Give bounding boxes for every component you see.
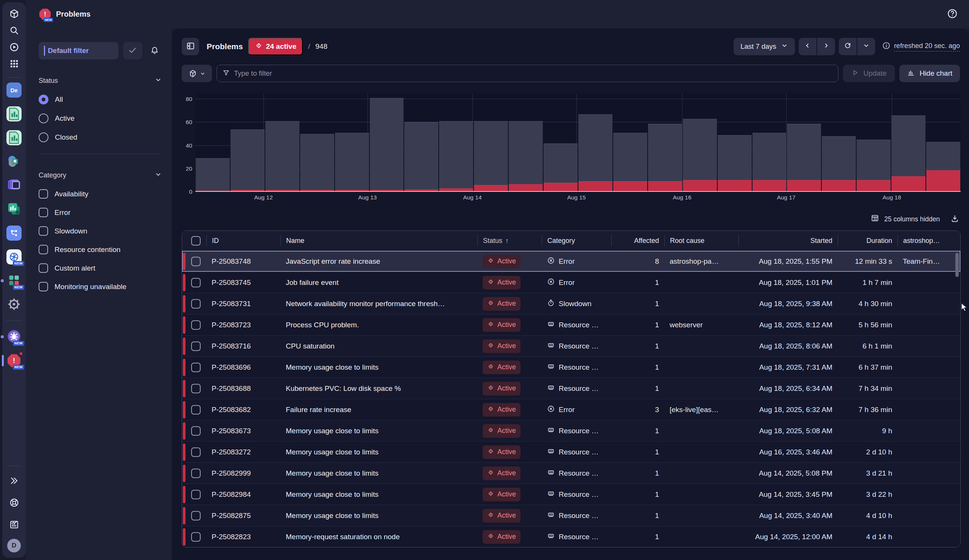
user-avatar[interactable]: D [7, 539, 21, 552]
row-checkbox[interactable] [191, 426, 201, 435]
column-header-name[interactable]: Name [280, 235, 477, 246]
table-filter-field[interactable] [216, 65, 838, 82]
row-checkbox[interactable] [191, 320, 201, 329]
support-button[interactable] [6, 495, 22, 512]
category-option-error[interactable]: Error [38, 208, 162, 217]
scope-selector[interactable] [181, 65, 212, 82]
notifications-button[interactable] [147, 42, 162, 60]
chart-bar[interactable] [787, 93, 821, 192]
chart-bar[interactable] [613, 93, 647, 192]
app-dashboards-2[interactable] [6, 130, 22, 146]
table-row[interactable]: P-25083673Memory usage close to limitsAc… [182, 420, 960, 441]
search-button[interactable] [6, 23, 22, 39]
help-button[interactable] [946, 8, 959, 21]
table-row[interactable]: P-25083272Memory usage close to limitsAc… [182, 441, 960, 462]
chart-bar[interactable] [578, 93, 613, 192]
table-row[interactable]: P-25082999Memory usage close to limitsAc… [182, 462, 960, 484]
app-launcher-button[interactable] [6, 56, 22, 73]
chart-bar[interactable] [265, 93, 300, 192]
app-charts[interactable] [6, 201, 22, 217]
chart-bar[interactable] [230, 93, 265, 192]
row-checkbox[interactable] [191, 490, 201, 499]
row-checkbox[interactable] [191, 469, 201, 478]
column-header-category[interactable]: Category [542, 235, 611, 246]
row-checkbox[interactable] [191, 384, 201, 393]
row-checkbox[interactable] [191, 256, 201, 266]
playground-button[interactable] [6, 39, 22, 56]
column-header-started[interactable]: Started [739, 235, 837, 246]
table-row[interactable]: P-25082875Memory usage close to limitsAc… [182, 505, 960, 526]
table-row[interactable]: P-25083731Network availability monitor p… [182, 293, 960, 314]
chart-bar[interactable] [753, 93, 787, 192]
category-option-resource-contention[interactable]: Resource contention [38, 245, 162, 254]
time-shift-back-button[interactable] [799, 38, 816, 55]
chart-bar[interactable] [335, 93, 369, 192]
chart-bar[interactable] [474, 93, 508, 192]
table-row[interactable]: P-25083748JavaScript error rate increase… [182, 251, 960, 272]
table-row[interactable]: P-25082984Memory usage close to limitsAc… [182, 484, 960, 505]
columns-hidden-button[interactable]: 25 columns hidden [871, 214, 940, 224]
dynatrace-logo[interactable] [6, 6, 22, 23]
row-checkbox[interactable] [191, 299, 201, 308]
table-row[interactable]: P-25083745Job failure eventActiveError1A… [182, 272, 960, 293]
app-infrastructure[interactable] [6, 178, 22, 193]
chart-bar[interactable] [439, 93, 473, 192]
chart-bar[interactable] [404, 93, 438, 192]
table-row[interactable]: P-25083682Failure rate increaseActiveErr… [182, 399, 960, 420]
app-workflows[interactable] [6, 225, 22, 241]
chart-bar[interactable] [370, 93, 404, 192]
saved-filter-input[interactable]: Default filter [38, 42, 118, 60]
status-option-active[interactable]: Active [38, 113, 162, 123]
time-range-selector[interactable]: Last 7 days [734, 38, 795, 55]
usage-button[interactable] [6, 517, 22, 533]
chart-bar[interactable] [857, 93, 891, 192]
app-security[interactable]: NEW [6, 329, 22, 345]
hide-chart-button[interactable]: Hide chart [899, 65, 960, 82]
category-option-slowdown[interactable]: Slowdown [38, 226, 162, 236]
category-option-monitoring-unavailable[interactable]: Monitoring unavailable [38, 282, 162, 291]
chart-plot-area[interactable] [195, 93, 961, 192]
column-header-status[interactable]: Status↑ [477, 235, 542, 246]
chart-bar[interactable] [544, 93, 578, 192]
table-filter-input[interactable] [234, 69, 833, 78]
chart-bar[interactable] [509, 93, 543, 192]
select-all-checkbox[interactable] [182, 235, 206, 246]
table-row[interactable]: P-25083723Process CPU problem.ActiveReso… [182, 314, 960, 335]
row-checkbox[interactable] [191, 447, 201, 457]
chart-bar[interactable] [683, 93, 717, 192]
row-checkbox[interactable] [191, 341, 201, 351]
active-count-badge[interactable]: 24 active [248, 38, 303, 55]
status-option-all[interactable]: All [38, 95, 162, 105]
table-row[interactable]: P-25083716CPU saturationActiveResource …… [182, 335, 960, 356]
expand-rail-button[interactable] [6, 473, 22, 490]
column-header-id[interactable]: ID [206, 235, 280, 246]
chart-bar[interactable] [196, 93, 230, 192]
refresh-options-button[interactable] [857, 38, 875, 55]
category-option-custom-alert[interactable]: Custom alert [38, 263, 162, 273]
column-header-root-cause[interactable]: Root cause [664, 235, 739, 246]
column-header-affected[interactable]: Affected [611, 235, 664, 246]
chart-bar[interactable] [648, 93, 682, 192]
chart-bar[interactable] [718, 93, 752, 192]
status-option-closed[interactable]: Closed [38, 133, 162, 142]
column-header-astroshop-[interactable]: astroshop… [897, 235, 960, 246]
table-scrollbar-thumb[interactable] [956, 253, 959, 277]
app-services[interactable] [6, 154, 22, 169]
app-smartscape[interactable]: NEW [6, 273, 22, 289]
app-dashboards-1[interactable] [6, 106, 22, 122]
app-deployments[interactable]: De [6, 82, 22, 98]
update-button[interactable]: Update [843, 65, 895, 82]
status-section-header[interactable]: Status [38, 76, 162, 85]
chart-bar[interactable] [926, 93, 960, 192]
row-checkbox[interactable] [191, 405, 201, 414]
row-checkbox[interactable] [191, 278, 201, 287]
download-button[interactable] [951, 214, 959, 224]
app-problems[interactable]: ! NEW [6, 353, 22, 369]
category-option-availability[interactable]: Availability [38, 189, 162, 199]
chart-bar[interactable] [822, 93, 856, 192]
row-checkbox[interactable] [191, 362, 201, 372]
column-header-duration[interactable]: Duration [837, 235, 897, 246]
refreshed-text[interactable]: refreshed 20 sec. ago [894, 42, 960, 52]
table-row[interactable]: P-25082823Memory-request saturation on n… [182, 526, 960, 547]
category-section-header[interactable]: Category [38, 171, 162, 180]
